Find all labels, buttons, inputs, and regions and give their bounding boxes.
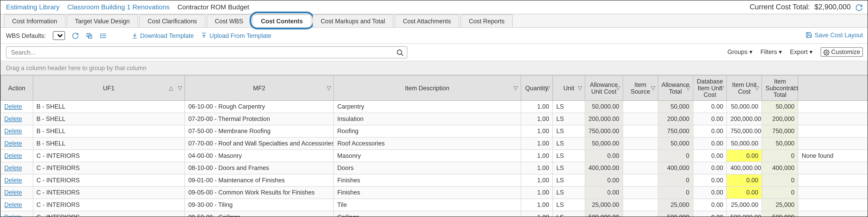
cell-desc[interactable]: Masonry xyxy=(334,150,521,162)
cell-qty[interactable]: 1.00 xyxy=(521,198,553,211)
cell-db-iuc[interactable]: 0.00 xyxy=(693,211,727,217)
download-template-link[interactable]: Download Template xyxy=(131,32,194,39)
cell-uf1[interactable]: B - SHELL xyxy=(33,113,185,125)
cell-note[interactable] xyxy=(798,137,868,150)
cell-sub-tot[interactable]: 750,000 xyxy=(762,125,798,137)
filter-icon[interactable]: ▽ xyxy=(755,85,759,91)
delete-link[interactable]: Delete xyxy=(4,103,22,110)
filter-icon[interactable]: ▽ xyxy=(514,85,518,91)
cell-db-iuc[interactable]: 0.00 xyxy=(693,162,727,174)
cell-iuc[interactable]: 750,000.00 xyxy=(727,125,762,137)
cell-desc[interactable]: Finishes xyxy=(334,174,521,186)
cell-allow-tot[interactable]: 500,000 xyxy=(658,211,693,217)
cell-desc[interactable]: Ceilings xyxy=(334,211,521,217)
cell-uf1[interactable]: C - INTERIORS xyxy=(33,211,185,217)
cell-allow-uc[interactable]: 25,000.00 xyxy=(585,198,623,211)
cell-unit[interactable]: LS xyxy=(553,211,585,217)
cell-allow-tot[interactable]: 750,000 xyxy=(658,125,693,137)
cell-db-iuc[interactable]: 0.00 xyxy=(693,150,727,162)
cell-desc[interactable]: Roofing xyxy=(334,125,521,137)
cell-sub-tot[interactable]: 200,000 xyxy=(762,113,798,125)
col-src[interactable]: Item Source▽ xyxy=(623,75,658,100)
cell-iuc[interactable]: 400,000.00 xyxy=(727,162,762,174)
cell-note[interactable] xyxy=(798,198,868,211)
cell-uf1[interactable]: C - INTERIORS xyxy=(33,150,185,162)
delete-link[interactable]: Delete xyxy=(4,214,22,217)
filter-icon[interactable]: ▽ xyxy=(651,85,655,91)
cell-mf2[interactable]: 09-05-00 - Common Work Results for Finis… xyxy=(185,186,334,199)
tab-target-value-design[interactable]: Target Value Design xyxy=(66,14,138,27)
col-allow-uc[interactable]: Allowance Unit Cost▽ xyxy=(585,75,623,100)
cell-allow-uc[interactable]: 500,000.00 xyxy=(585,211,623,217)
cell-note[interactable] xyxy=(798,162,868,174)
cell-allow-tot[interactable]: 0 xyxy=(658,150,693,162)
delete-link[interactable]: Delete xyxy=(4,189,22,196)
cell-src[interactable] xyxy=(623,162,658,174)
refresh-icon[interactable] xyxy=(855,3,863,11)
cell-allow-uc[interactable]: 400,000.00 xyxy=(585,162,623,174)
cell-unit[interactable]: LS xyxy=(553,125,585,137)
cell-iuc[interactable]: 200,000.00 xyxy=(727,113,762,125)
cell-mf2[interactable]: 09-01-00 - Maintenance of Finishes xyxy=(185,174,334,186)
cell-src[interactable] xyxy=(623,113,658,125)
cell-mf2[interactable]: 07-50-00 - Membrane Roofing xyxy=(185,125,334,137)
cell-sub-tot[interactable]: 50,000 xyxy=(762,137,798,150)
cell-desc[interactable]: Doors xyxy=(334,162,521,174)
tab-cost-reports[interactable]: Cost Reports xyxy=(460,14,513,27)
cell-db-iuc[interactable]: 0.00 xyxy=(693,113,727,125)
tab-cost-attachments[interactable]: Cost Attachments xyxy=(395,14,459,27)
cell-iuc[interactable]: 0.00 xyxy=(727,150,762,162)
cell-note[interactable] xyxy=(798,100,868,113)
delete-link[interactable]: Delete xyxy=(4,115,22,122)
cell-iuc[interactable]: 0.00 xyxy=(727,186,762,199)
col-uf1[interactable]: UF1△▽ xyxy=(33,75,185,100)
cell-qty[interactable]: 1.00 xyxy=(521,186,553,199)
filter-icon[interactable]: ▽ xyxy=(327,85,331,91)
cell-allow-uc[interactable]: 0.00 xyxy=(585,186,623,199)
cell-uf1[interactable]: B - SHELL xyxy=(33,125,185,137)
cell-db-iuc[interactable]: 0.00 xyxy=(693,100,727,113)
cell-qty[interactable]: 1.00 xyxy=(521,100,553,113)
cell-sub-tot[interactable]: 500,000 xyxy=(762,211,798,217)
col-qty[interactable]: Quantity▽ xyxy=(521,75,553,100)
cell-sub-tot[interactable]: 25,000 xyxy=(762,198,798,211)
cell-note[interactable] xyxy=(798,174,868,186)
cell-qty[interactable]: 1.00 xyxy=(521,113,553,125)
cell-allow-tot[interactable]: 400,000 xyxy=(658,162,693,174)
cell-db-iuc[interactable]: 0.00 xyxy=(693,198,727,211)
cell-uf1[interactable]: B - SHELL xyxy=(33,137,185,150)
delete-link[interactable]: Delete xyxy=(4,201,22,208)
cell-sub-tot[interactable]: 0 xyxy=(762,150,798,162)
cell-unit[interactable]: LS xyxy=(553,113,585,125)
cell-src[interactable] xyxy=(623,100,658,113)
copy-icon[interactable] xyxy=(86,31,93,39)
upload-template-link[interactable]: Upload From Template xyxy=(200,32,271,39)
cell-allow-uc[interactable]: 750,000.00 xyxy=(585,125,623,137)
cell-unit[interactable]: LS xyxy=(553,150,585,162)
cell-sub-tot[interactable]: 400,000 xyxy=(762,162,798,174)
cell-note[interactable] xyxy=(798,186,868,199)
cell-db-iuc[interactable]: 0.00 xyxy=(693,174,727,186)
filters-dropdown[interactable]: Filters ▾ xyxy=(761,49,782,56)
cell-note[interactable] xyxy=(798,211,868,217)
col-iuc[interactable]: Item Unit Cost▽ xyxy=(727,75,762,100)
cell-unit[interactable]: LS xyxy=(553,100,585,113)
sort-asc-icon[interactable]: △ xyxy=(169,85,173,91)
cell-desc[interactable]: Roof Accessories xyxy=(334,137,521,150)
cell-unit[interactable]: LS xyxy=(553,198,585,211)
filter-icon[interactable]: ▽ xyxy=(578,85,582,91)
cell-mf2[interactable]: 08-10-00 - Doors and Frames xyxy=(185,162,334,174)
filter-icon[interactable]: ▽ xyxy=(616,85,620,91)
delete-link[interactable]: Delete xyxy=(4,140,22,147)
cell-src[interactable] xyxy=(623,198,658,211)
cell-unit[interactable]: LS xyxy=(553,162,585,174)
cell-desc[interactable]: Insulation xyxy=(334,113,521,125)
cell-mf2[interactable]: 06-10-00 - Rough Carpentry xyxy=(185,100,334,113)
tab-cost-markups-and-total[interactable]: Cost Markups and Total xyxy=(312,14,394,27)
cell-iuc[interactable]: 0.00 xyxy=(727,174,762,186)
cell-note[interactable]: None found xyxy=(798,150,868,162)
cell-iuc[interactable]: 50,000.00 xyxy=(727,137,762,150)
cell-mf2[interactable]: 09-50-00 - Ceilings xyxy=(185,211,334,217)
cell-src[interactable] xyxy=(623,174,658,186)
cell-unit[interactable]: LS xyxy=(553,174,585,186)
